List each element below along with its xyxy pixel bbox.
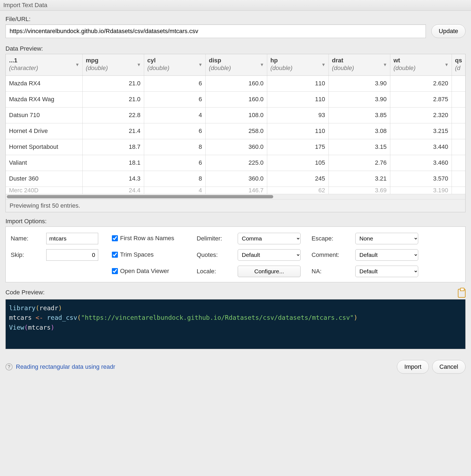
table-cell: 14.3 [82,171,144,187]
table-cell: Duster 360 [6,171,82,187]
chevron-down-icon[interactable]: ▼ [137,62,141,67]
horizontal-scrollbar[interactable] [6,194,465,199]
table-cell: 3.90 [328,91,390,107]
table-cell: 2.620 [390,76,452,91]
import-button[interactable]: Import [397,360,429,374]
table-cell: 3.21 [328,171,390,187]
table-cell: 108.0 [205,107,267,123]
table-cell: 160.0 [205,91,267,107]
chevron-down-icon[interactable]: ▼ [260,62,264,67]
escape-label: Escape: [312,235,355,242]
help-icon[interactable]: ? [5,363,13,370]
comment-label: Comment: [312,251,355,259]
table-row: Mazda RX421.06160.01103.902.620 [6,76,465,91]
table-cell: 4 [144,107,205,123]
table-cell: Hornet 4 Drive [6,123,82,139]
table-cell: 2.76 [328,155,390,171]
table-cell: 6 [144,91,205,107]
comment-select[interactable]: Default [355,249,418,261]
table-cell: Hornet Sportabout [6,139,82,155]
column-header[interactable]: wt(double)▼ [390,54,452,76]
column-header[interactable]: drat(double)▼ [328,54,390,76]
column-header[interactable]: mpg(double)▼ [82,54,144,76]
table-cell: 3.85 [328,107,390,123]
escape-select[interactable]: None [355,233,418,244]
column-header[interactable]: disp(double)▼ [205,54,267,76]
first-row-as-names-checkbox[interactable]: First Row as Names [112,234,188,242]
trim-spaces-checkbox[interactable]: Trim Spaces [112,251,188,259]
data-preview-scroll[interactable]: ...1(character)▼ mpg(double)▼ cyl(double… [6,54,465,194]
column-header[interactable]: cyl(double)▼ [144,54,205,76]
code-preview[interactable]: library(readr) mtcars <- read_csv("https… [5,299,466,349]
column-header[interactable]: qs(d [452,54,465,76]
locale-label: Locale: [197,268,238,275]
table-row: Datsun 71022.84108.0933.852.320 [6,107,465,123]
table-cell: Mazda RX4 Wag [6,91,82,107]
chevron-down-icon[interactable]: ▼ [321,62,326,67]
data-preview-table: ...1(character)▼ mpg(double)▼ cyl(double… [6,54,465,194]
import-options-label: Import Options: [5,218,466,225]
table-cell: 21.0 [82,76,144,91]
help-link[interactable]: Reading rectangular data using readr [16,363,115,370]
table-cell: 105 [267,155,328,171]
data-preview-panel: ...1(character)▼ mpg(double)▼ cyl(double… [5,54,466,212]
table-cell: 18.1 [82,155,144,171]
table-cell: 160.0 [205,76,267,91]
table-cell: 175 [267,139,328,155]
table-cell: 3.460 [390,155,452,171]
name-input[interactable] [46,233,98,244]
table-row: Hornet Sportabout18.78360.01753.153.440 [6,139,465,155]
table-cell: 6 [144,155,205,171]
quotes-select[interactable]: Default [238,249,301,261]
table-row: Duster 36014.38360.02453.213.570 [6,171,465,187]
table-row: Valiant18.16225.01052.763.460 [6,155,465,171]
locale-configure-button[interactable]: Configure... [238,266,301,277]
table-cell: 18.7 [82,139,144,155]
chevron-down-icon[interactable]: ▼ [383,62,387,67]
column-header[interactable]: hp(double)▼ [267,54,328,76]
table-cell: 21.4 [82,123,144,139]
table-cell: 3.90 [328,76,390,91]
delimiter-label: Delimiter: [197,235,238,242]
data-preview-label: Data Preview: [5,45,466,52]
table-cell: 360.0 [205,139,267,155]
code-preview-label: Code Preview: [5,289,45,296]
update-button[interactable]: Update [431,24,466,38]
name-label: Name: [11,235,46,242]
table-cell: 6 [144,123,205,139]
table-cell: 21.0 [82,91,144,107]
chevron-down-icon[interactable]: ▼ [444,62,449,67]
table-cell: 93 [267,107,328,123]
cancel-button[interactable]: Cancel [432,360,466,374]
preview-footer-text: Previewing first 50 entries. [6,199,465,212]
table-cell: 3.15 [328,139,390,155]
na-select[interactable]: Default [355,266,418,277]
table-cell: 8 [144,171,205,187]
table-cell: 6 [144,76,205,91]
column-header[interactable]: ...1(character)▼ [6,54,82,76]
table-cell: Mazda RX4 [6,76,82,91]
file-url-label: File/URL: [5,16,466,23]
table-cell: 225.0 [205,155,267,171]
file-url-input[interactable] [5,24,426,38]
quotes-label: Quotes: [197,251,238,259]
open-data-viewer-checkbox[interactable]: Open Data Viewer [112,267,188,275]
delimiter-select[interactable]: Comma [238,233,301,244]
table-cell: 3.215 [390,123,452,139]
table-cell: 110 [267,123,328,139]
skip-input[interactable] [46,249,98,261]
table-cell: Datsun 710 [6,107,82,123]
table-row: Merc 240D24.44146.7623.693.190 [6,187,465,194]
chevron-down-icon[interactable]: ▼ [198,62,203,67]
chevron-down-icon[interactable]: ▼ [75,62,80,67]
table-row: Mazda RX4 Wag21.06160.01103.902.875 [6,91,465,107]
clipboard-icon[interactable] [458,289,466,298]
table-cell: 3.440 [390,139,452,155]
table-cell: 110 [267,76,328,91]
table-cell: 360.0 [205,171,267,187]
na-label: NA: [312,268,355,275]
skip-label: Skip: [11,251,46,259]
table-cell: 110 [267,91,328,107]
table-cell: 245 [267,171,328,187]
table-cell: 3.08 [328,123,390,139]
